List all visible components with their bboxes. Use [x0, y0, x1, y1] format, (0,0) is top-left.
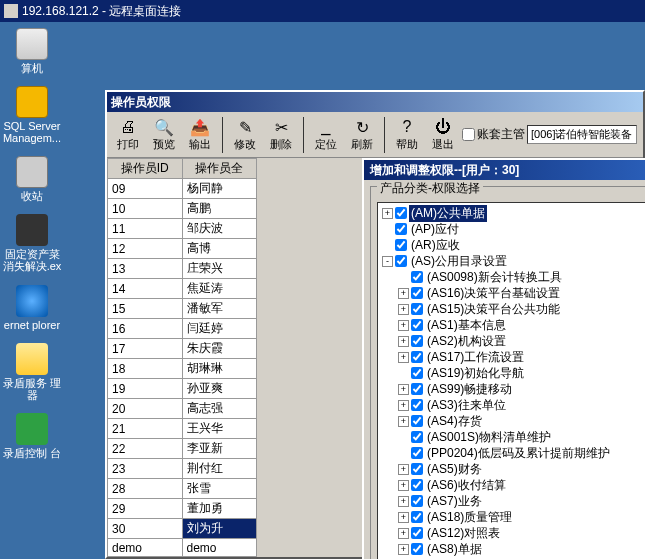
table-row[interactable]: 20高志强 [108, 399, 257, 419]
table-row[interactable]: 28张雪 [108, 479, 257, 499]
tb-edit[interactable]: ✎修改 [228, 115, 262, 154]
tree-node[interactable]: +(AS12)对照表 [398, 525, 645, 541]
expand-icon[interactable]: + [398, 320, 409, 331]
tree-checkbox[interactable] [411, 287, 423, 299]
tree-node[interactable]: +(AS7)业务 [398, 493, 645, 509]
expand-icon[interactable]: + [398, 384, 409, 395]
tree-node[interactable]: +(AS17)工作流设置 [398, 349, 645, 365]
table-row[interactable]: 29董加勇 [108, 499, 257, 519]
table-row[interactable]: 22李亚新 [108, 439, 257, 459]
table-row[interactable]: 13庄荣兴 [108, 259, 257, 279]
table-row[interactable]: demodemo [108, 539, 257, 557]
tree-node[interactable]: (AS19)初始化导航 [398, 365, 645, 381]
expand-icon[interactable]: + [398, 464, 409, 475]
desktop-ie[interactable]: ernet plorer [2, 285, 62, 331]
collapse-icon[interactable]: - [382, 256, 393, 267]
tree-node[interactable]: +(AS3)往来单位 [398, 397, 645, 413]
tree-checkbox[interactable] [411, 303, 423, 315]
table-row[interactable]: 17朱庆霞 [108, 339, 257, 359]
tree-checkbox[interactable] [411, 383, 423, 395]
tree-checkbox[interactable] [411, 367, 423, 379]
table-row[interactable]: 18胡琳琳 [108, 359, 257, 379]
tb-help[interactable]: ?帮助 [390, 115, 424, 154]
tree-checkbox[interactable] [411, 447, 423, 459]
expand-icon[interactable]: + [398, 304, 409, 315]
tree-checkbox[interactable] [395, 239, 407, 251]
tb-preview[interactable]: 🔍预览 [147, 115, 181, 154]
tree-checkbox[interactable] [411, 431, 423, 443]
tree-node[interactable]: +(AS16)决策平台基础设置 [398, 285, 645, 301]
tree-checkbox[interactable] [411, 495, 423, 507]
table-row[interactable]: 21王兴华 [108, 419, 257, 439]
tree-node[interactable]: +(AS2)机构设置 [398, 333, 645, 349]
tree-node[interactable]: +(AS5)财务 [398, 461, 645, 477]
tree-node[interactable]: +(AS15)决策平台公共功能 [398, 301, 645, 317]
tree-node[interactable]: -(AS)公用目录设置 [382, 253, 645, 269]
column-header[interactable]: 操作员ID [108, 159, 183, 179]
account-admin-checkbox[interactable] [462, 128, 475, 141]
tree-checkbox[interactable] [411, 335, 423, 347]
tree-checkbox[interactable] [411, 479, 423, 491]
tree-node[interactable]: +(AS1)基本信息 [398, 317, 645, 333]
tree-checkbox[interactable] [411, 271, 423, 283]
tb-export[interactable]: 📤输出 [183, 115, 217, 154]
tb-exit[interactable]: ⏻退出 [426, 115, 460, 154]
table-row[interactable]: 23荆付红 [108, 459, 257, 479]
table-row[interactable]: 19孙亚爽 [108, 379, 257, 399]
tree-node[interactable]: (AR)应收 [382, 237, 645, 253]
tree-checkbox[interactable] [411, 415, 423, 427]
tree-node[interactable]: (PP0204)低层码及累计提前期维护 [398, 445, 645, 461]
expand-icon[interactable]: + [398, 288, 409, 299]
tree-node[interactable]: (AS0098)新会计转换工具 [398, 269, 645, 285]
tb-delete[interactable]: ✂删除 [264, 115, 298, 154]
tree-node[interactable]: (AS001S)物料清单维护 [398, 429, 645, 445]
expand-icon[interactable]: + [398, 496, 409, 507]
expand-icon[interactable]: + [398, 352, 409, 363]
tree-checkbox[interactable] [411, 319, 423, 331]
expand-icon[interactable]: + [398, 528, 409, 539]
tree-checkbox[interactable] [411, 351, 423, 363]
table-row[interactable]: 16闫廷婷 [108, 319, 257, 339]
table-row[interactable]: 30刘为升 [108, 519, 257, 539]
table-row[interactable]: 11邹庆波 [108, 219, 257, 239]
table-row[interactable]: 15潘敏军 [108, 299, 257, 319]
expand-icon[interactable]: + [398, 400, 409, 411]
expand-icon[interactable]: + [382, 208, 393, 219]
column-header[interactable]: 操作员全 [182, 159, 257, 179]
tree-node[interactable]: +(AS99)畅捷移动 [398, 381, 645, 397]
tree-checkbox[interactable] [395, 223, 407, 235]
tb-print[interactable]: 🖨打印 [111, 115, 145, 154]
desktop-fixedasset[interactable]: 固定资产菜 消失解决.ex [2, 214, 62, 272]
table-row[interactable]: 09杨同静 [108, 179, 257, 199]
tree-checkbox[interactable] [411, 463, 423, 475]
tree-node[interactable]: +(AS18)质量管理 [398, 509, 645, 525]
tree-node[interactable]: (AP)应付 [382, 221, 645, 237]
tree-node[interactable]: +(AM)公共单据 [382, 205, 645, 221]
tree-node[interactable]: +(AS4)存货 [398, 413, 645, 429]
tree-checkbox[interactable] [411, 399, 423, 411]
table-row[interactable]: 12高博 [108, 239, 257, 259]
table-row[interactable]: 10高鹏 [108, 199, 257, 219]
tree-checkbox[interactable] [395, 207, 407, 219]
tree-checkbox[interactable] [395, 255, 407, 267]
tb-locate[interactable]: ⎯定位 [309, 115, 343, 154]
desktop-ludun-svc[interactable]: 录盾服务 理器 [2, 343, 62, 401]
desktop-mycomputer[interactable]: 算机 [2, 28, 62, 74]
desktop-sqlserver[interactable]: SQL Server Managem... [2, 86, 62, 144]
tree-checkbox[interactable] [411, 527, 423, 539]
tree-checkbox[interactable] [411, 511, 423, 523]
desktop-ludun-console[interactable]: 录盾控制 台 [2, 413, 62, 459]
table-row[interactable]: 14焦延涛 [108, 279, 257, 299]
tree-checkbox[interactable] [411, 543, 423, 555]
expand-icon[interactable]: + [398, 544, 409, 555]
desktop-recyclebin[interactable]: 收站 [2, 156, 62, 202]
account-set-select[interactable]: [006]诺伯特智能装备 [527, 125, 637, 144]
expand-icon[interactable]: + [398, 512, 409, 523]
perm-tree-wrap[interactable]: +(AM)公共单据(AP)应付(AR)应收-(AS)公用目录设置(AS0098)… [377, 202, 645, 559]
tree-node[interactable]: +(AS6)收付结算 [398, 477, 645, 493]
expand-icon[interactable]: + [398, 416, 409, 427]
table-row[interactable]: SYSTEMSYSTEM [108, 557, 257, 558]
tb-refresh[interactable]: ↻刷新 [345, 115, 379, 154]
tree-node[interactable]: +(AS8)单据 [398, 541, 645, 557]
expand-icon[interactable]: + [398, 480, 409, 491]
